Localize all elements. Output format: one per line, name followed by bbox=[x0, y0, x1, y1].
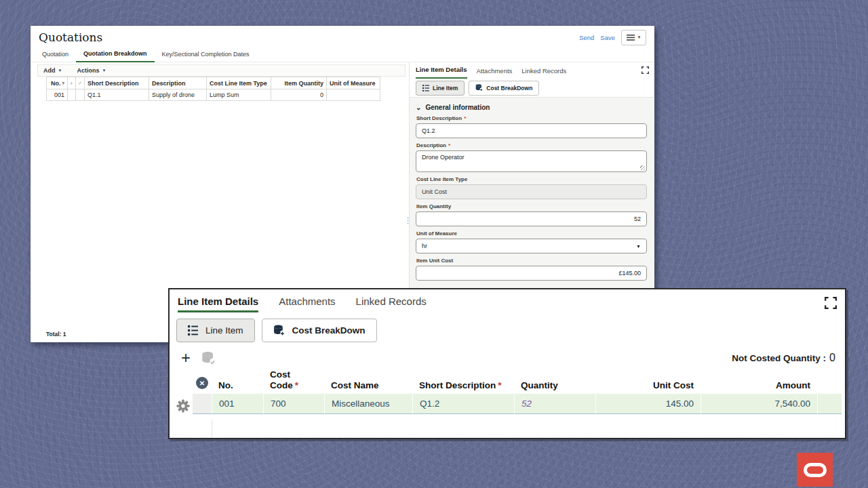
sort-down-icon: ▾ bbox=[62, 81, 64, 86]
required-asterisk: * bbox=[498, 380, 501, 390]
column-header-item-quantity[interactable]: Item Quantity bbox=[271, 77, 327, 89]
cell-no[interactable]: 001 bbox=[47, 89, 68, 101]
database-plus-icon bbox=[273, 325, 285, 336]
column-header-cost-code[interactable]: Cost Code* bbox=[263, 369, 324, 390]
page-title: Quotations bbox=[39, 30, 102, 44]
short-description-field[interactable]: Q1.2 bbox=[416, 123, 647, 138]
cost-breakdown-view-button[interactable]: Cost BreakDown bbox=[262, 319, 377, 342]
cell-unit-cost[interactable]: 145.00 bbox=[595, 394, 701, 414]
cell-cost-name[interactable]: Miscellaneous bbox=[324, 394, 412, 414]
column-header-short-description[interactable]: Short Description * bbox=[412, 380, 514, 390]
send-button[interactable]: Send bbox=[579, 34, 594, 41]
item-unit-cost-label: Item Unit Cost bbox=[416, 258, 647, 264]
caret-down-icon: ▼ bbox=[636, 244, 641, 249]
column-header-cost-line-item-type[interactable]: Cost Line Item Type bbox=[207, 77, 271, 89]
add-button[interactable]: Add bbox=[43, 67, 56, 74]
circle-x-icon: ✕ bbox=[196, 377, 208, 389]
required-asterisk: * bbox=[464, 115, 466, 121]
collapse-chevron-icon: ⌄ bbox=[416, 104, 421, 111]
tab-linked-records[interactable]: Linked Records bbox=[356, 296, 427, 312]
item-unit-cost-field[interactable]: £145.00 bbox=[416, 266, 647, 281]
expand-icon bbox=[642, 66, 649, 74]
tab-key-sectional-completion-dates[interactable]: Key/Sectional Completion Dates bbox=[155, 51, 257, 62]
column-header-no[interactable]: No. ▾ bbox=[47, 77, 68, 89]
short-description-label: Short Description* bbox=[416, 115, 647, 121]
unit-of-measure-select[interactable]: hr ▼ bbox=[416, 239, 647, 253]
line-item-view-button[interactable]: Line Item bbox=[176, 319, 255, 342]
oracle-logo bbox=[797, 453, 833, 487]
oracle-o-icon bbox=[804, 463, 827, 477]
add-caret-icon[interactable]: ▼ bbox=[58, 68, 62, 73]
column-header-attachment[interactable] bbox=[68, 77, 76, 89]
column-header-amount[interactable]: Amount bbox=[701, 380, 817, 390]
column-header-no[interactable]: No. bbox=[212, 380, 263, 390]
item-quantity-label: Item Quantity bbox=[416, 203, 647, 209]
column-header-quantity[interactable]: Quantity bbox=[514, 380, 595, 390]
tab-attachments[interactable]: Attachments bbox=[477, 67, 513, 79]
table-header-row: ✕ No. Cost Code* Cost Name Short Descrip… bbox=[193, 369, 845, 394]
column-header-short-description[interactable]: Short Description bbox=[85, 77, 149, 89]
required-asterisk: * bbox=[448, 142, 450, 148]
database-check-icon bbox=[201, 351, 216, 365]
cost-breakdown-row[interactable]: 001 700 Miscellaneous Q1.2 52 145.00 7,5… bbox=[193, 394, 845, 414]
item-quantity-field[interactable]: 52 bbox=[416, 211, 647, 226]
clear-column-header[interactable]: ✕ bbox=[193, 377, 212, 390]
cost-line-item-type-field: Unit Cost bbox=[416, 184, 647, 199]
window-header: Quotations Send Save ▼ bbox=[31, 26, 654, 49]
column-header-cost-name[interactable]: Cost Name bbox=[324, 380, 412, 390]
expand-panel-button[interactable] bbox=[825, 297, 837, 309]
section-header-general-information[interactable]: ⌄ General information bbox=[416, 104, 647, 111]
caret-down-icon: ▼ bbox=[637, 35, 642, 39]
expand-panel-button[interactable] bbox=[642, 66, 649, 74]
tab-line-item-details[interactable]: Line Item Details bbox=[416, 66, 467, 79]
window-tab-bar: Quotation Quotation Breakdown Key/Sectio… bbox=[31, 49, 654, 62]
cell-amount[interactable]: 7,540.00 bbox=[701, 394, 817, 414]
column-header-unit-cost[interactable]: Unit Cost bbox=[595, 380, 701, 390]
cell-row-selector[interactable] bbox=[193, 394, 212, 414]
column-header-link[interactable] bbox=[76, 77, 85, 89]
line-item-view-button[interactable]: Line Item bbox=[416, 81, 465, 96]
column-header-unit-of-measure[interactable]: Unit of Measure bbox=[327, 77, 380, 89]
cell-unit-of-measure[interactable] bbox=[327, 89, 380, 101]
overlay-view-switcher: Line Item Cost BreakDown bbox=[176, 319, 845, 342]
description-field[interactable]: Drone Operator bbox=[416, 150, 647, 172]
actions-caret-icon[interactable]: ▼ bbox=[102, 68, 106, 73]
save-button[interactable]: Save bbox=[600, 34, 615, 41]
details-tab-bar: Line Item Details Attachments Linked Rec… bbox=[410, 62, 654, 79]
tab-attachments[interactable]: Attachments bbox=[279, 296, 335, 312]
tab-quotation[interactable]: Quotation bbox=[35, 51, 76, 62]
list-icon bbox=[188, 325, 198, 336]
row-settings-button[interactable] bbox=[176, 399, 190, 413]
overlay-grid-toolbar: + Not Costed Quantity : 0 bbox=[176, 349, 845, 367]
line-item-details-overlay: Line Item Details Attachments Linked Rec… bbox=[168, 288, 846, 439]
apply-cost-button[interactable] bbox=[201, 351, 216, 365]
row-total-label: Total: 1 bbox=[46, 331, 66, 338]
column-header-description[interactable]: Description bbox=[149, 77, 207, 89]
cell-description[interactable]: Supply of drone bbox=[149, 89, 207, 101]
cell-short-description[interactable]: Q1.2 bbox=[412, 394, 514, 414]
column-divider bbox=[212, 420, 212, 437]
tab-quotation-breakdown[interactable]: Quotation Breakdown bbox=[76, 50, 155, 62]
overlay-tab-bar: Line Item Details Attachments Linked Rec… bbox=[178, 296, 845, 312]
cell-short-description[interactable]: Q1.1 bbox=[85, 89, 149, 101]
table-row[interactable]: 001 Q1.1 Supply of drone Lump Sum 0 bbox=[47, 89, 380, 101]
tab-line-item-details[interactable]: Line Item Details bbox=[178, 296, 258, 312]
desktop-background: Quotations Send Save ▼ Quotation Quotati… bbox=[0, 0, 868, 488]
actions-button[interactable]: Actions bbox=[77, 67, 99, 74]
resize-grip-icon[interactable] bbox=[640, 165, 645, 170]
cell-link[interactable] bbox=[76, 89, 85, 101]
cell-quantity[interactable]: 52 bbox=[514, 394, 595, 414]
database-plus-icon bbox=[475, 84, 483, 92]
tab-linked-records[interactable]: Linked Records bbox=[521, 67, 566, 79]
unit-of-measure-label: Unit of Measure bbox=[416, 230, 647, 237]
cell-attachment[interactable] bbox=[68, 89, 76, 101]
cell-item-quantity[interactable]: 0 bbox=[271, 89, 327, 101]
link-icon bbox=[79, 80, 81, 86]
cell-no[interactable]: 001 bbox=[212, 394, 263, 414]
more-actions-menu-button[interactable]: ▼ bbox=[621, 30, 646, 45]
add-cost-row-button[interactable]: + bbox=[181, 350, 191, 365]
grid-toolbar: Add ▼ Actions ▼ bbox=[37, 64, 406, 77]
cell-cost-code[interactable]: 700 bbox=[263, 394, 324, 414]
cell-cost-line-item-type[interactable]: Lump Sum bbox=[207, 89, 271, 101]
cost-breakdown-view-button[interactable]: Cost BreakDown bbox=[469, 81, 539, 96]
